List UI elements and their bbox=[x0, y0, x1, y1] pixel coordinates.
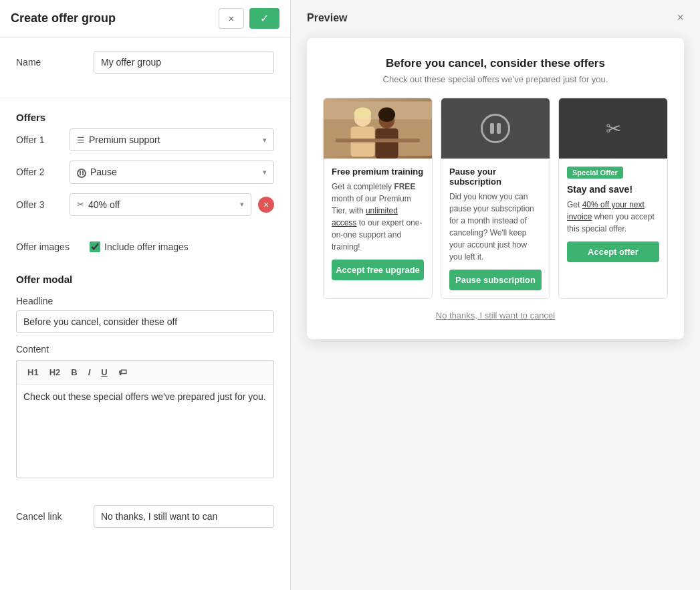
remove-icon: × bbox=[263, 200, 269, 209]
name-section: Name bbox=[0, 37, 290, 98]
offer2-select-wrapper: Pause ▾ bbox=[70, 161, 274, 184]
offer-card-pause-title: Pause your subscription bbox=[449, 167, 542, 187]
offer-card-discount-body: Special Offer Stay and save! Get 40% off… bbox=[559, 159, 667, 270]
content-section: Content H1 H2 B I U 🏷 Check out these sp… bbox=[16, 344, 274, 478]
editor-toolbar: H1 H2 B I U 🏷 bbox=[16, 360, 274, 385]
svg-point-4 bbox=[354, 108, 371, 120]
preview-close-button[interactable]: × bbox=[677, 11, 684, 25]
offer3-select-wrapper: ✂ 40% off ▾ bbox=[70, 193, 251, 216]
cancel-link-row: Cancel link bbox=[0, 500, 290, 533]
content-text: Check out these special offers we've pre… bbox=[23, 391, 266, 402]
headline-input[interactable] bbox=[16, 310, 274, 333]
offer-card-training: Free premium training Get a completely F… bbox=[323, 98, 433, 299]
offer3-row: Offer 3 ✂ 40% off ▾ × bbox=[16, 193, 274, 216]
cancel-link-input[interactable] bbox=[94, 505, 274, 528]
offer3-remove-button[interactable]: × bbox=[258, 197, 274, 213]
preview-modal: Before you cancel, consider these offers… bbox=[307, 38, 684, 339]
offer1-list-icon: ☰ bbox=[77, 135, 85, 145]
offer-modal-section: Offer modal Headline Content H1 H2 B I U… bbox=[0, 263, 290, 500]
offer-images-checkbox[interactable] bbox=[90, 241, 100, 252]
toolbar-h2-button[interactable]: H2 bbox=[45, 366, 65, 379]
offer3-caret-icon: ▾ bbox=[240, 200, 244, 209]
offer-images-checkbox-text: Include offer images bbox=[104, 241, 189, 252]
special-offer-badge: Special Offer bbox=[567, 167, 623, 179]
offer1-row: Offer 1 ☰ Premium support ▾ bbox=[16, 128, 274, 151]
offer2-caret-icon: ▾ bbox=[263, 168, 267, 177]
svg-point-7 bbox=[378, 108, 395, 122]
offer-card-training-body: Free premium training Get a completely F… bbox=[324, 159, 432, 288]
no-thanks-anchor[interactable]: No thanks, I still want to cancel bbox=[436, 310, 555, 320]
page-title: Create offer group bbox=[11, 11, 116, 25]
toolbar-italic-button[interactable]: I bbox=[84, 366, 95, 379]
pause-bar-1 bbox=[490, 123, 494, 134]
pause-circle-icon bbox=[481, 114, 510, 143]
offer-card-training-title: Free premium training bbox=[332, 167, 424, 177]
accept-offer-button[interactable]: Accept offer bbox=[567, 241, 659, 262]
offer-images-checkbox-label[interactable]: Include offer images bbox=[90, 241, 189, 252]
offer3-label: Offer 3 bbox=[16, 199, 63, 210]
save-button[interactable]: ✓ bbox=[249, 8, 279, 29]
offer1-select[interactable]: ☰ Premium support ▾ bbox=[70, 128, 274, 151]
offer-images-row: Offer images Include offer images bbox=[0, 236, 290, 263]
offer1-caret-icon: ▾ bbox=[263, 136, 267, 144]
offer-card-discount-title: Stay and save! bbox=[567, 184, 659, 195]
offer-card-training-desc: Get a completely FREE month of our Premi… bbox=[332, 181, 424, 253]
offer-card-discount: ✂ Special Offer Stay and save! Get 40% o… bbox=[558, 98, 668, 299]
offer3-scissors-icon: ✂ bbox=[77, 199, 84, 209]
preview-header: Preview × bbox=[307, 11, 684, 25]
preview-modal-title: Before you cancel, consider these offers bbox=[323, 57, 668, 70]
offer-card-training-image bbox=[324, 98, 432, 159]
offer1-value: Premium support bbox=[89, 134, 160, 145]
preview-title: Preview bbox=[307, 12, 347, 24]
no-thanks-link: No thanks, I still want to cancel bbox=[323, 310, 668, 320]
top-bar-actions: × ✓ bbox=[219, 8, 279, 29]
name-field-row: Name bbox=[16, 51, 274, 74]
toolbar-underline-button[interactable]: U bbox=[97, 366, 111, 379]
cancel-icon: × bbox=[229, 13, 234, 24]
offer2-value: Pause bbox=[90, 167, 117, 177]
offer2-row: Offer 2 Pause ▾ bbox=[16, 161, 274, 184]
svg-rect-8 bbox=[336, 138, 420, 142]
offers-section: Offer 1 ☰ Premium support ▾ Offer 2 bbox=[0, 128, 290, 236]
offer-modal-title: Offer modal bbox=[16, 274, 274, 285]
name-label: Name bbox=[16, 57, 83, 68]
toolbar-bold-button[interactable]: B bbox=[67, 366, 81, 379]
cancel-button[interactable]: × bbox=[219, 8, 244, 29]
offer-card-discount-desc: Get 40% off your next invoice when you a… bbox=[567, 199, 659, 235]
offer1-select-wrapper: ☰ Premium support ▾ bbox=[70, 128, 274, 151]
right-panel: Preview × Before you cancel, consider th… bbox=[291, 0, 700, 590]
save-icon: ✓ bbox=[260, 12, 269, 25]
name-input[interactable] bbox=[94, 51, 274, 74]
offer2-pause-icon bbox=[77, 167, 86, 178]
offer-card-pause: Pause your subscription Did you know you… bbox=[441, 98, 550, 299]
headline-label: Headline bbox=[16, 296, 274, 306]
pause-bars bbox=[490, 123, 501, 134]
cancel-link-label: Cancel link bbox=[16, 511, 83, 522]
pause-subscription-button[interactable]: Pause subscription bbox=[449, 270, 542, 290]
offer2-select[interactable]: Pause ▾ bbox=[70, 161, 274, 184]
offer2-label: Offer 2 bbox=[16, 167, 63, 177]
toolbar-h1-button[interactable]: H1 bbox=[23, 366, 43, 379]
toolbar-tag-button[interactable]: 🏷 bbox=[114, 366, 131, 379]
svg-rect-6 bbox=[375, 128, 398, 159]
offers-section-title: Offers bbox=[0, 98, 290, 128]
offers-grid: Free premium training Get a completely F… bbox=[323, 98, 668, 299]
offer-card-pause-image bbox=[441, 98, 550, 159]
headline-field: Headline bbox=[16, 296, 274, 333]
top-bar: Create offer group × ✓ bbox=[0, 0, 290, 37]
offer-card-discount-image: ✂ bbox=[559, 98, 667, 159]
offer-card-pause-desc: Did you know you can pause your subscrip… bbox=[449, 191, 542, 263]
pause-bar-2 bbox=[497, 123, 501, 134]
content-editor[interactable]: Check out these special offers we've pre… bbox=[16, 385, 274, 478]
offer-card-pause-body: Pause your subscription Did you know you… bbox=[441, 159, 550, 298]
preview-modal-subtitle: Check out these special offers we've pre… bbox=[323, 74, 668, 84]
offer3-select[interactable]: ✂ 40% off ▾ bbox=[70, 193, 251, 216]
offer1-label: Offer 1 bbox=[16, 134, 63, 145]
offer-images-label: Offer images bbox=[16, 241, 83, 252]
scissors-icon: ✂ bbox=[606, 118, 621, 140]
content-label: Content bbox=[16, 344, 274, 355]
offer3-value: 40% off bbox=[88, 199, 120, 210]
accept-free-upgrade-button[interactable]: Accept free upgrade bbox=[332, 260, 424, 280]
